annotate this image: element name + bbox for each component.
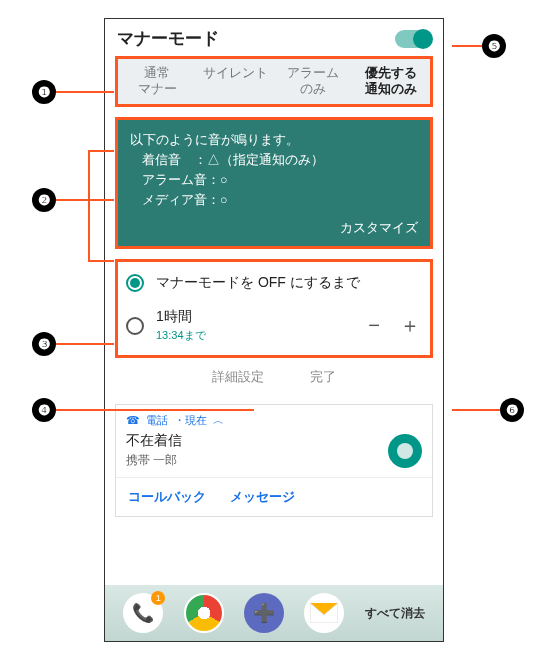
done-button[interactable]: 完了 [310,368,336,386]
badge: 1 [151,591,165,605]
dialer-icon[interactable]: 📞 1 [123,593,163,633]
person-icon [397,443,413,459]
notification-title: 不在着信 [126,432,388,450]
callback-button[interactable]: コールバック [128,488,206,506]
header: マナーモード [105,19,443,56]
callout-4: ❹ [32,398,56,422]
bottom-actions: 詳細設定 完了 [105,358,443,396]
callout-1: ❶ [32,80,56,104]
radio-icon [126,317,144,335]
callout-3: ❸ [32,332,56,356]
page-title: マナーモード [117,27,219,50]
message-button[interactable]: メッセージ [230,488,295,506]
decrease-button[interactable]: − [362,314,386,337]
phone-screen: マナーモード 通常 マナー サイレント アラーム のみ 優先する 通知のみ 以下… [104,18,444,642]
toggle-knob [413,29,433,49]
email-icon[interactable] [304,593,344,633]
radio-icon [126,274,144,292]
info-ringtone: 着信音 ：△（指定通知のみ） [142,150,418,170]
avatar [388,434,422,468]
manner-mode-toggle[interactable] [395,30,431,48]
advanced-settings-button[interactable]: 詳細設定 [212,368,264,386]
mode-tabs: 通常 マナー サイレント アラーム のみ 優先する 通知のみ [115,56,433,107]
info-media: メディア音：○ [142,190,418,210]
tab-normal[interactable]: 通常 マナー [118,59,196,104]
info-heading: 以下のように音が鳴ります。 [130,130,418,150]
duration-panel: マナーモードを OFF にするまで 1時間 13:34まで − ＋ [115,259,433,358]
tab-alarm-only[interactable]: アラーム のみ [274,59,352,104]
clear-all-button[interactable]: すべて消去 [365,605,425,622]
info-alarm: アラーム音：○ [142,170,418,190]
callout-5: ❺ [482,34,506,58]
info-panel: 以下のように音が鳴ります。 着信音 ：△（指定通知のみ） アラーム音：○ メディ… [118,120,430,247]
chrome-icon[interactable] [184,593,224,633]
radio-label: マナーモードを OFF にするまで [156,274,422,292]
radio-label: 1時間 13:34まで [156,308,350,343]
callout-2: ❷ [32,188,56,212]
tab-priority-only[interactable]: 優先する 通知のみ [352,59,430,104]
info-panel-wrap: 以下のように音が鳴ります。 着信音 ：△（指定通知のみ） アラーム音：○ メディ… [115,117,433,250]
increase-button[interactable]: ＋ [398,312,422,339]
callout-6: ❻ [500,398,524,422]
radio-1hour[interactable]: 1時間 13:34まで − ＋ [126,300,422,351]
messaging-icon[interactable]: ➕ [244,593,284,633]
radio-until-off[interactable]: マナーモードを OFF にするまで [126,266,422,300]
tab-silent[interactable]: サイレント [196,59,274,104]
dock: 📞 1 ➕ すべて消去 [105,585,443,641]
notification-subtitle: 携帯 一郎 [126,452,388,469]
customize-button[interactable]: カスタマイズ [130,218,418,239]
